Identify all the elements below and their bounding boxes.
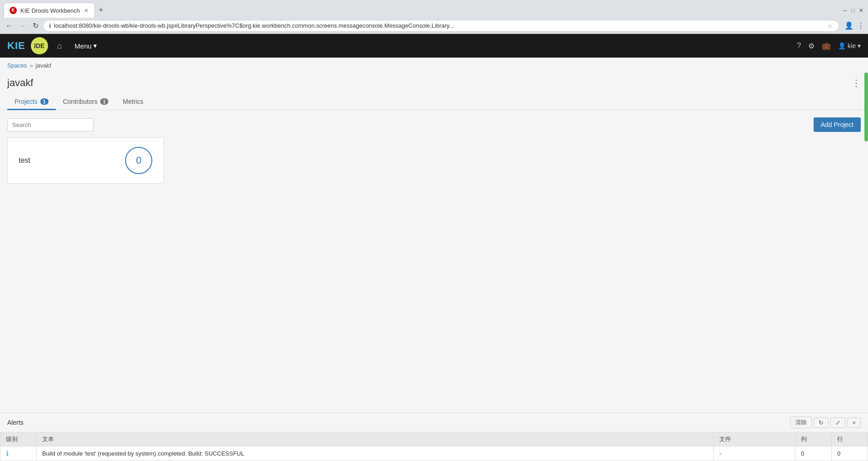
- tab-contributors-label: Contributors: [63, 98, 97, 105]
- tab-contributors-badge: 1: [100, 98, 108, 105]
- settings-button[interactable]: ⚙: [808, 42, 815, 50]
- user-label: kie: [848, 42, 856, 49]
- ide-badge: IDE: [31, 37, 48, 54]
- address-bar[interactable]: ℹ localhost:8080/kie-drools-wb/kie-drool…: [43, 20, 839, 32]
- menu-button[interactable]: Menu ▾: [71, 40, 101, 52]
- kie-logo: KIE: [7, 40, 25, 52]
- browser-menu-button[interactable]: ⋮: [857, 21, 864, 30]
- tabs-bar: Projects 1 Contributors 1 Metrics: [0, 89, 868, 110]
- breadcrumb-separator: »: [29, 62, 33, 69]
- lock-icon: ℹ: [49, 23, 51, 29]
- back-button[interactable]: ←: [4, 20, 15, 32]
- url-display: localhost:8080/kie-drools-wb/kie-drools-…: [54, 22, 824, 29]
- window-controls: ─ □ ✕: [842, 7, 864, 14]
- browser-action-icons: 👤 ⋮: [844, 21, 864, 30]
- briefcase-button[interactable]: 💼: [822, 42, 831, 50]
- projects-grid: test 0: [0, 137, 868, 184]
- tab-bar: K KIE Drools Workbench × + ─ □ ✕: [0, 0, 868, 18]
- tab-title: KIE Drools Workbench: [20, 7, 80, 14]
- tab-favicon: K: [10, 7, 17, 14]
- breadcrumb-current: javakf: [36, 62, 51, 69]
- breadcrumb: Spaces » javakf: [0, 58, 868, 73]
- tab-close-button[interactable]: ×: [83, 6, 89, 15]
- header-right: ? ⚙ 💼 👤 kie ▾: [797, 42, 861, 50]
- tab-contributors[interactable]: Contributors 1: [56, 94, 116, 110]
- add-project-button[interactable]: Add Project: [814, 117, 861, 132]
- page-title: javakf: [7, 77, 33, 89]
- tab-projects[interactable]: Projects 1: [7, 94, 56, 110]
- more-options-button[interactable]: ⋮: [852, 78, 861, 88]
- menu-caret-icon: ▾: [93, 42, 97, 50]
- browser-tab[interactable]: K KIE Drools Workbench ×: [4, 3, 95, 18]
- minimize-button[interactable]: ─: [842, 7, 848, 14]
- page-header: javakf ⋮: [0, 73, 868, 89]
- user-menu-button[interactable]: 👤 kie ▾: [838, 42, 861, 49]
- new-tab-button[interactable]: +: [95, 4, 107, 17]
- browser-chrome: K KIE Drools Workbench × + ─ □ ✕ ← → ↻ ℹ…: [0, 0, 868, 34]
- project-name: test: [19, 156, 30, 165]
- close-window-button[interactable]: ✕: [858, 7, 864, 14]
- project-card[interactable]: test 0: [7, 137, 164, 184]
- tab-projects-badge: 1: [40, 98, 48, 105]
- user-icon: 👤: [838, 42, 846, 49]
- user-caret-icon: ▾: [858, 42, 861, 49]
- bookmark-icon[interactable]: ☆: [827, 22, 833, 29]
- home-button[interactable]: ⌂: [53, 39, 66, 53]
- help-button[interactable]: ?: [797, 42, 801, 50]
- scrollbar-indicator: [864, 73, 868, 141]
- tab-metrics-label: Metrics: [123, 98, 143, 105]
- menu-label: Menu: [75, 42, 92, 50]
- page-content: Spaces » javakf javakf ⋮ Projects 1 Cont…: [0, 58, 868, 330]
- search-input[interactable]: [7, 118, 93, 131]
- refresh-button[interactable]: ↻: [31, 19, 40, 32]
- tab-metrics[interactable]: Metrics: [116, 94, 150, 110]
- maximize-button[interactable]: □: [850, 7, 856, 14]
- forward-button[interactable]: →: [17, 20, 28, 32]
- app-header: KIE IDE ⌂ Menu ▾ ? ⚙ 💼 👤 kie ▾: [0, 34, 868, 58]
- search-add-row: Add Project: [0, 110, 868, 137]
- project-count: 0: [136, 155, 141, 166]
- account-button[interactable]: 👤: [844, 21, 853, 30]
- breadcrumb-spaces-link[interactable]: Spaces: [7, 62, 27, 69]
- address-bar-row: ← → ↻ ℹ localhost:8080/kie-drools-wb/kie…: [0, 18, 868, 34]
- project-count-circle: 0: [125, 147, 152, 174]
- tab-projects-label: Projects: [15, 98, 38, 105]
